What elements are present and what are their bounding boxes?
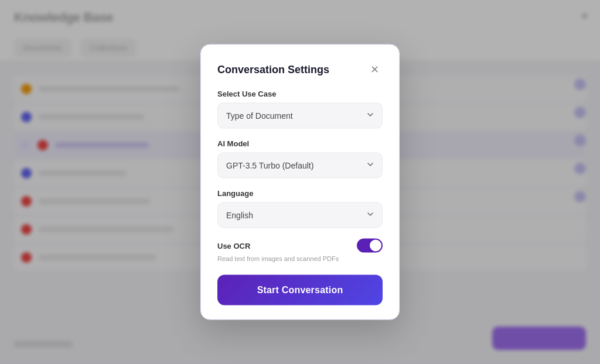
ocr-section: Use OCR Read text from images and scanne… xyxy=(217,239,383,262)
ai-model-select[interactable]: GPT-3.5 Turbo (Default) xyxy=(217,153,383,178)
language-label: Language xyxy=(217,189,383,198)
ocr-toggle[interactable] xyxy=(357,239,383,253)
language-field: Language English xyxy=(217,189,383,228)
start-conversation-button[interactable]: Start Conversation xyxy=(217,275,383,305)
toggle-knob xyxy=(370,240,381,252)
ocr-description: Read text from images and scanned PDFs xyxy=(217,255,383,262)
modal-title: Conversation Settings xyxy=(217,63,329,75)
modal-header: Conversation Settings ✕ xyxy=(217,61,383,78)
language-select[interactable]: English xyxy=(217,202,383,228)
ai-model-field: AI Model GPT-3.5 Turbo (Default) xyxy=(217,139,383,178)
ai-model-label: AI Model xyxy=(217,139,383,148)
modal-close-button[interactable]: ✕ xyxy=(366,61,383,78)
use-case-select[interactable]: Type of Document xyxy=(217,103,383,129)
use-case-select-wrapper: Type of Document xyxy=(217,103,383,129)
use-case-label: Select Use Case xyxy=(217,90,383,98)
ai-model-select-wrapper: GPT-3.5 Turbo (Default) xyxy=(217,153,383,178)
use-case-field: Select Use Case Type of Document xyxy=(217,90,383,129)
ocr-label: Use OCR xyxy=(217,241,250,250)
ocr-row: Use OCR xyxy=(217,239,383,253)
language-select-wrapper: English xyxy=(217,202,383,228)
conversation-settings-modal: Conversation Settings ✕ Select Use Case … xyxy=(200,44,400,320)
